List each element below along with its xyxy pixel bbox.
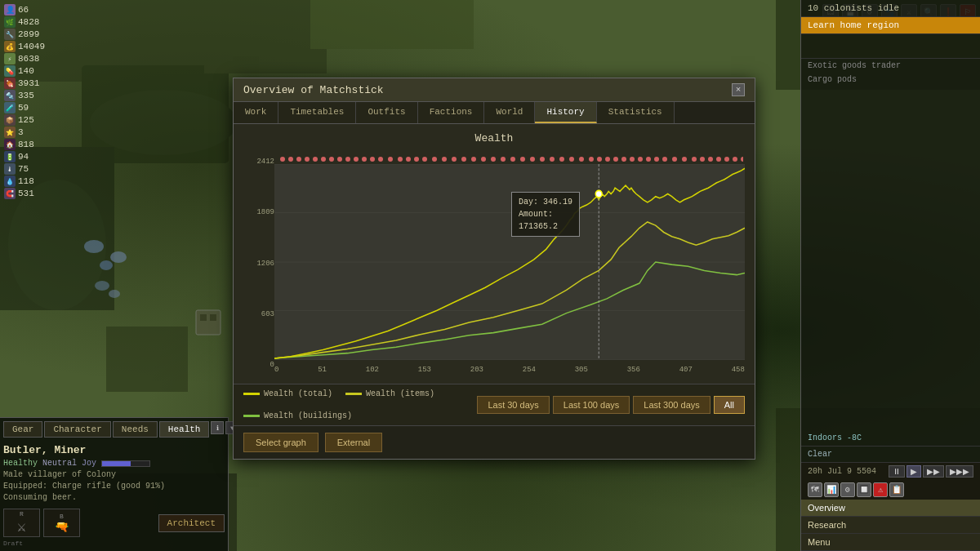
svg-point-63 [672,157,677,162]
extra-btn-6[interactable]: 📋 [889,482,904,497]
tab-world[interactable]: World [484,102,535,123]
svg-rect-7 [310,0,474,49]
svg-point-41 [471,157,476,162]
faster-btn[interactable]: ▶▶▶ [946,465,973,478]
research-btn[interactable]: Research [801,517,980,534]
menu-btn[interactable]: Menu [801,534,980,551]
extra-btn-2[interactable]: 📊 [824,482,839,497]
svg-point-50 [559,157,564,162]
colonists-idle-label: 10 colonists idle [801,0,980,17]
svg-point-19 [280,157,285,162]
svg-point-40 [461,157,466,162]
equip-slot-b: B 🔫 [43,509,80,537]
play-btn[interactable]: ▶ [906,465,921,478]
event-dots [276,155,743,163]
chart-area: Day: 346.19 Amount: 171365.2 0 51 102 15… [274,151,745,375]
svg-point-33 [398,157,403,162]
overview-btn[interactable]: Overview [801,500,980,517]
svg-point-34 [406,157,411,162]
health-status: Healthy [3,459,38,468]
weather-label: Clear [801,447,980,463]
svg-rect-5 [106,327,188,392]
svg-point-21 [296,157,301,162]
svg-point-11 [84,240,104,253]
btn-last100[interactable]: Last 100 days [553,396,630,414]
cargo-pods-label: Cargo pods [801,73,980,87]
svg-point-69 [724,157,729,162]
btn-last300[interactable]: Last 300 days [633,396,710,414]
indoors-label: Indoors -8C [801,430,980,447]
svg-point-23 [313,157,318,162]
mood-status: Neutral [42,459,77,468]
chart-title: Wealth [243,132,745,144]
svg-point-46 [520,157,525,162]
svg-point-59 [638,157,643,162]
char-info-icon[interactable]: ℹ [211,421,224,434]
character-panel: Gear Character Needs Health ℹ ▼ Butler, … [0,417,229,551]
extra-btn-4[interactable]: 🔲 [857,482,871,497]
svg-point-57 [621,157,626,162]
svg-point-20 [288,157,293,162]
svg-point-29 [362,157,367,162]
stat-row: ⭐ 3 [4,127,45,138]
svg-point-47 [530,157,535,162]
legend-color-total [243,393,260,395]
select-graph-btn[interactable]: Select graph [243,433,318,452]
tab-outfits[interactable]: Outfits [356,102,417,123]
stat-row: 🌡 75 [4,163,45,175]
svg-point-71 [741,157,743,162]
dialog-titlebar: Overview of Matchstick × [234,78,755,102]
svg-point-61 [654,157,659,162]
equip-slot-r: R ⚔ [3,509,40,537]
extra-btn-5[interactable]: ⚠ [873,482,888,497]
resource-stats: 👤 66 🌿 4828 🔧 2899 💰 14049 ⚡ 8638 💊 140 … [4,4,45,199]
date-display: Jul 9 [827,467,852,476]
svg-rect-17 [200,314,207,321]
legend-total: Wealth (total) [243,389,332,398]
tab-needs[interactable]: Needs [113,421,158,438]
dialog-bottom-buttons: Select graph External [234,425,755,459]
svg-point-12 [110,251,127,263]
equip-label-draft: Draft [3,539,225,548]
btn-all[interactable]: All [714,396,745,414]
svg-point-62 [662,157,667,162]
extra-btn-3[interactable]: ⚙ [840,482,855,497]
svg-point-37 [432,157,437,162]
character-info: Butler, Miner Healthy Neutral Joy Male v… [3,441,225,505]
extra-btn-1[interactable]: 🗺 [808,482,822,497]
svg-point-26 [337,157,342,162]
learn-home-region-btn[interactable]: Learn home region [801,17,980,34]
svg-point-66 [700,157,705,162]
joy-bar [101,460,150,467]
stat-row: 🍖 3931 [4,78,45,89]
joy-bar-fill [102,461,131,466]
tab-factions[interactable]: Factions [418,102,485,123]
tab-timetables[interactable]: Timetables [278,102,356,123]
svg-point-70 [733,157,737,162]
tab-statistics[interactable]: Statistics [597,102,675,123]
svg-point-51 [569,157,574,162]
svg-point-68 [716,157,721,162]
legend-color-items [345,393,362,395]
svg-point-67 [708,157,713,162]
tab-history[interactable]: History [535,102,596,123]
dialog-close-btn[interactable]: × [732,83,745,96]
svg-point-42 [481,157,486,162]
svg-point-31 [378,157,383,162]
btn-last30[interactable]: Last 30 days [477,396,549,414]
stat-row: 🧲 531 [4,188,45,199]
tab-character[interactable]: Character [44,421,110,438]
stat-row: 💧 118 [4,176,45,187]
svg-point-56 [613,157,618,162]
tab-gear[interactable]: Gear [3,421,42,438]
fast-btn[interactable]: ▶▶ [923,465,944,478]
tab-work[interactable]: Work [234,102,278,123]
pause-btn[interactable]: ⏸ [889,465,905,478]
tab-health[interactable]: Health [159,421,210,438]
role-display: Architect [158,514,225,532]
external-btn[interactable]: External [325,433,382,452]
stat-row: ⚡ 8638 [4,53,45,64]
svg-point-27 [345,157,350,162]
svg-point-58 [630,157,635,162]
svg-point-2 [90,90,237,155]
